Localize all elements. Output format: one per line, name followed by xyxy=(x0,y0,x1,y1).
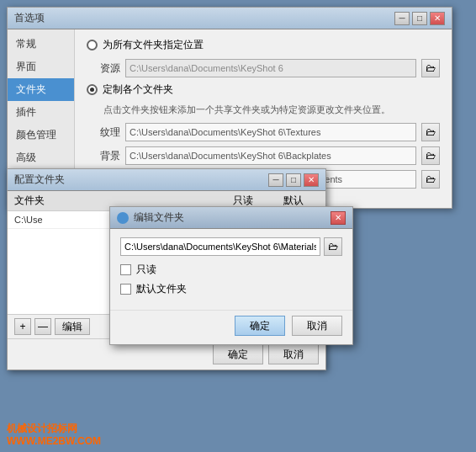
edit-readonly-row: 只读 xyxy=(120,263,342,277)
config-close-btn[interactable]: ✕ xyxy=(304,173,319,187)
edit-title-row: 编辑文件夹 xyxy=(117,210,184,225)
source-input[interactable] xyxy=(125,59,416,77)
edit-default-label: 默认文件夹 xyxy=(136,282,187,296)
prefs-titlebar: 首选项 ─ □ ✕ xyxy=(8,8,452,29)
prefs-title: 首选项 xyxy=(14,11,45,25)
env-folder-btn[interactable]: 🗁 xyxy=(421,170,440,189)
config-maximize-btn[interactable]: □ xyxy=(286,173,301,187)
source-row: 资源 🗁 xyxy=(87,59,440,77)
edit-title: 编辑文件夹 xyxy=(134,210,184,225)
edit-cancel-btn[interactable]: 取消 xyxy=(292,316,342,336)
sidebar-item-advanced[interactable]: 高级 xyxy=(8,146,74,169)
sidebar-item-plugins[interactable]: 插件 xyxy=(8,101,74,124)
bg-folder-btn[interactable]: 🗁 xyxy=(421,146,440,165)
bg-input[interactable] xyxy=(125,146,416,165)
edit-path-row: 🗁 xyxy=(120,237,342,256)
description-text: 点击文件夹按钮来添加一个共享文件夹或为特定资源更改文件夹位置。 xyxy=(103,104,440,116)
config-title: 配置文件夹 xyxy=(14,173,65,187)
sidebar-item-ui[interactable]: 界面 xyxy=(8,56,74,78)
edit-default-checkbox[interactable] xyxy=(120,284,131,295)
edit-readonly-checkbox[interactable] xyxy=(120,264,131,275)
option2-radio[interactable] xyxy=(87,84,98,95)
prefs-minimize-btn[interactable]: ─ xyxy=(394,12,410,25)
texture-input[interactable] xyxy=(125,123,416,141)
prefs-controls: ─ □ ✕ xyxy=(394,12,445,25)
sidebar-item-general[interactable]: 常规 xyxy=(8,33,74,56)
option1-label: 为所有文件夹指定位置 xyxy=(103,38,204,52)
option1-row: 为所有文件夹指定位置 xyxy=(87,38,440,52)
edit-dialog: 编辑文件夹 ✕ 🗁 只读 默认文件夹 确定 取消 xyxy=(109,206,353,345)
edit-titlebar: 编辑文件夹 ✕ xyxy=(110,207,352,229)
edit-title-icon xyxy=(117,212,129,224)
sidebar-item-folders[interactable]: 文件夹 xyxy=(8,78,74,101)
delete-btn[interactable]: — xyxy=(34,318,51,335)
bg-row: 背景 🗁 xyxy=(87,146,440,165)
edit-btn[interactable]: 编辑 xyxy=(55,318,90,335)
source-folder-btn[interactable]: 🗁 xyxy=(421,59,440,77)
prefs-maximize-btn[interactable]: □ xyxy=(412,12,427,25)
edit-path-input[interactable] xyxy=(120,237,320,256)
edit-folder-btn[interactable]: 🗁 xyxy=(324,237,342,256)
config-cancel-btn[interactable]: 取消 xyxy=(268,344,319,364)
config-titlebar: 配置文件夹 ─ □ ✕ xyxy=(8,169,325,191)
option2-label: 定制各个文件夹 xyxy=(103,82,173,97)
edit-footer: 确定 取消 xyxy=(110,310,352,341)
config-controls: ─ □ ✕ xyxy=(268,173,319,187)
option2-row: 定制各个文件夹 xyxy=(87,82,440,97)
add-btn[interactable]: + xyxy=(14,318,31,335)
edit-ok-btn[interactable]: 确定 xyxy=(235,316,285,336)
edit-body: 🗁 只读 默认文件夹 xyxy=(110,229,352,310)
texture-label: 纹理 xyxy=(87,125,120,140)
bg-label: 背景 xyxy=(87,149,120,163)
source-label: 资源 xyxy=(87,61,120,76)
sidebar-item-color-mgmt[interactable]: 颜色管理 xyxy=(8,124,74,146)
option1-radio[interactable] xyxy=(87,40,98,51)
watermark-line2: WWW.ME2BW.COM xyxy=(7,435,101,449)
config-minimize-btn[interactable]: ─ xyxy=(268,173,283,187)
edit-close-btn[interactable]: ✕ xyxy=(331,211,346,225)
prefs-close-btn[interactable]: ✕ xyxy=(430,12,445,25)
config-ok-btn[interactable]: 确定 xyxy=(213,344,263,364)
texture-folder-btn[interactable]: 🗁 xyxy=(421,123,440,141)
watermark-line1: 机械设计招标网 xyxy=(7,423,101,436)
watermark: 机械设计招标网 WWW.ME2BW.COM xyxy=(7,423,101,449)
texture-row: 纹理 🗁 xyxy=(87,123,440,141)
edit-readonly-label: 只读 xyxy=(136,263,156,277)
edit-default-row: 默认文件夹 xyxy=(120,282,342,296)
